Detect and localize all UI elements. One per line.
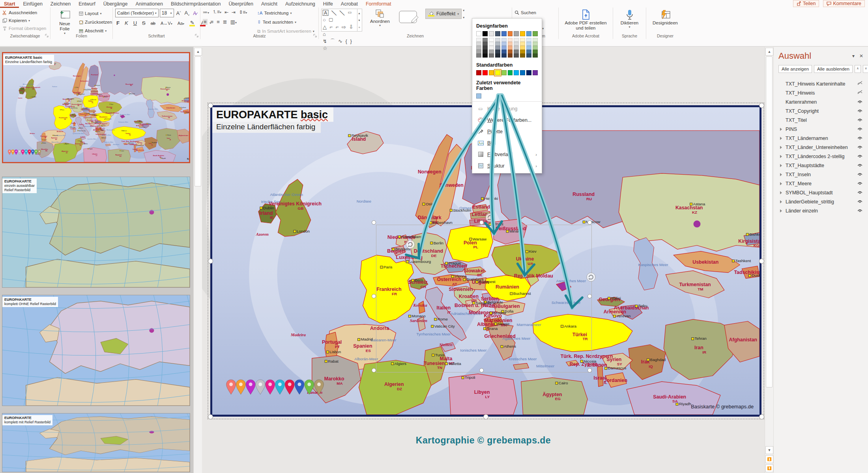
- tab-animationen[interactable]: Animationen: [132, 0, 167, 7]
- design-variant-swatch-2-1[interactable]: [483, 46, 488, 50]
- design-variant-swatch-3-0[interactable]: [476, 50, 481, 54]
- eye-icon[interactable]: [857, 144, 866, 150]
- fill-menu-item-struktur[interactable]: Struktur›: [476, 160, 538, 171]
- design-color-swatch-3[interactable]: [495, 31, 500, 36]
- standard-color-swatch-3[interactable]: [495, 70, 500, 75]
- selection-item-txt_hauptstädte[interactable]: TXT_Hauptstädte: [778, 161, 866, 170]
- design-variant-swatch-3-8[interactable]: [526, 50, 531, 54]
- adobe-pdf-button[interactable]: Adobe PDF erstellen und teilen: [561, 9, 610, 32]
- design-variant-swatch-2-2[interactable]: [489, 46, 494, 50]
- slide-thumbnail-3[interactable]: EUROPAKARTEkomplett OHNE Relief Rasterbi…: [2, 295, 190, 406]
- design-variant-swatch-1-0[interactable]: [476, 42, 481, 46]
- tab-überprüfen[interactable]: Überprüfen: [224, 0, 257, 7]
- tab-ansicht[interactable]: Ansicht: [257, 0, 281, 7]
- design-variant-swatch-3-3[interactable]: [495, 50, 500, 54]
- design-variant-swatch-0-7[interactable]: [520, 38, 525, 42]
- design-color-swatch-0[interactable]: [476, 31, 481, 36]
- selection-handle[interactable]: [587, 220, 592, 225]
- fill-menu-item-bild[interactable]: Bild: [476, 137, 538, 149]
- design-variant-swatch-1-2[interactable]: [489, 42, 494, 46]
- design-variant-swatch-0-3[interactable]: [495, 38, 500, 42]
- hide-all-button[interactable]: Alle ausblenden: [814, 65, 853, 73]
- eye-icon[interactable]: [857, 171, 866, 177]
- design-variant-swatch-2-7[interactable]: [520, 46, 525, 50]
- selection-item-txt_titel[interactable]: TXT_Titel: [778, 115, 866, 125]
- fill-menu-item-weitere-füllfarben---[interactable]: Weitere Füllfarben...: [476, 114, 538, 126]
- expand-triangle-icon[interactable]: [778, 128, 783, 131]
- selection-item-txt_hinweis[interactable]: TXT_Hinweis: [778, 88, 866, 97]
- design-color-swatch-7[interactable]: [520, 31, 525, 36]
- standard-color-swatch-0[interactable]: [476, 70, 481, 75]
- expand-triangle-icon[interactable]: [778, 155, 783, 158]
- design-variant-swatch-4-6[interactable]: [514, 54, 519, 58]
- selection-handle[interactable]: [759, 103, 764, 108]
- selection-handle[interactable]: [479, 220, 484, 225]
- design-variant-swatch-3-2[interactable]: [489, 50, 494, 54]
- design-variant-swatch-4-8[interactable]: [526, 54, 531, 58]
- shrink-font-button[interactable]: A˅: [183, 10, 191, 17]
- font-dialog-launcher-icon[interactable]: [195, 34, 199, 38]
- align-text-button[interactable]: ⇳ Text ausrichten▾: [257, 18, 314, 26]
- design-variant-swatch-3-7[interactable]: [520, 50, 525, 54]
- quick-styles-gallery[interactable]: [398, 9, 420, 27]
- design-color-swatch-1[interactable]: [483, 31, 488, 36]
- design-variant-swatch-4-0[interactable]: [476, 54, 481, 58]
- slide-scrollbar-thumb[interactable]: [766, 56, 773, 387]
- align-center-button[interactable]: ≡: [211, 19, 214, 25]
- design-variant-swatch-1-6[interactable]: [514, 42, 519, 46]
- expand-triangle-icon[interactable]: [778, 209, 783, 212]
- expand-triangle-icon[interactable]: [778, 200, 783, 203]
- align-left-button[interactable]: ≡: [203, 19, 208, 25]
- design-variant-swatch-0-6[interactable]: [514, 38, 519, 42]
- rotate-handle-icon[interactable]: [586, 272, 596, 282]
- arrange-button[interactable]: Anordnen ▾: [368, 9, 392, 28]
- standard-color-swatch-4[interactable]: [501, 70, 507, 75]
- design-variant-swatch-1-7[interactable]: [520, 42, 525, 46]
- design-variant-swatch-1-4[interactable]: [501, 42, 507, 46]
- clipboard-dialog-launcher-icon[interactable]: [45, 34, 49, 38]
- eye-icon[interactable]: [857, 190, 866, 196]
- bullets-button[interactable]: ≔▾: [203, 9, 209, 15]
- tab-übergänge[interactable]: Übergänge: [99, 0, 132, 7]
- columns-button[interactable]: ▥▾: [230, 19, 237, 25]
- eye-icon[interactable]: [857, 117, 866, 123]
- recent-color-swatch-0[interactable]: [476, 93, 481, 99]
- slide-thumbnail-1[interactable]: Atlantischer OzeanNordseeOstseeIrische S…: [2, 52, 190, 163]
- design-variant-swatch-2-3[interactable]: [495, 46, 500, 50]
- selection-item-txt_meere[interactable]: TXT_Meere: [778, 179, 866, 188]
- design-variant-swatch-3-6[interactable]: [514, 50, 519, 54]
- design-variant-swatch-1-1[interactable]: [483, 42, 488, 46]
- design-variant-swatch-4-2[interactable]: [489, 54, 494, 58]
- selection-item-symbol_hauptstadt[interactable]: SYMBOL_Hauptstadt: [778, 188, 866, 197]
- expand-triangle-icon[interactable]: [778, 182, 783, 185]
- eye-hidden-icon[interactable]: [857, 81, 866, 87]
- eye-icon[interactable]: [857, 108, 866, 114]
- align-right-button[interactable]: ≡: [217, 19, 220, 25]
- design-color-swatch-5[interactable]: [508, 31, 513, 36]
- text-direction-button[interactable]: ↕A Textrichtung▾: [257, 9, 314, 17]
- tab-formformat[interactable]: Formformat: [362, 0, 395, 7]
- design-variant-swatch-4-9[interactable]: [533, 54, 538, 58]
- standard-color-swatch-6[interactable]: [514, 70, 519, 75]
- design-variant-swatch-4-1[interactable]: [483, 54, 488, 58]
- design-variant-swatch-3-5[interactable]: [508, 50, 513, 54]
- reorder-down-button[interactable]: ∨: [863, 65, 868, 73]
- design-variant-swatch-0-5[interactable]: [508, 38, 513, 42]
- shape-effects-caret-icon[interactable]: ▾: [463, 16, 464, 19]
- design-variant-swatch-0-0[interactable]: [476, 38, 481, 42]
- tab-zeichnen[interactable]: Zeichnen: [47, 0, 75, 7]
- standard-color-swatch-1[interactable]: [483, 70, 488, 75]
- design-variant-swatch-0-2[interactable]: [489, 38, 494, 42]
- selection-handle[interactable]: [759, 259, 764, 264]
- eye-icon[interactable]: [857, 99, 866, 105]
- design-variant-swatch-1-9[interactable]: [533, 42, 538, 46]
- italic-button[interactable]: K: [123, 20, 129, 26]
- dictate-button[interactable]: Diktieren ▾: [615, 9, 644, 30]
- expand-triangle-icon[interactable]: [778, 164, 783, 167]
- eye-icon[interactable]: [857, 153, 866, 159]
- reorder-up-button[interactable]: ∧: [855, 65, 861, 73]
- reset-button[interactable]: Zurücksetzen: [79, 18, 112, 26]
- design-variant-swatch-2-8[interactable]: [526, 46, 531, 50]
- shapes-gallery-scrollbar[interactable]: ▲▼≡: [357, 9, 362, 31]
- design-variant-swatch-2-6[interactable]: [514, 46, 519, 50]
